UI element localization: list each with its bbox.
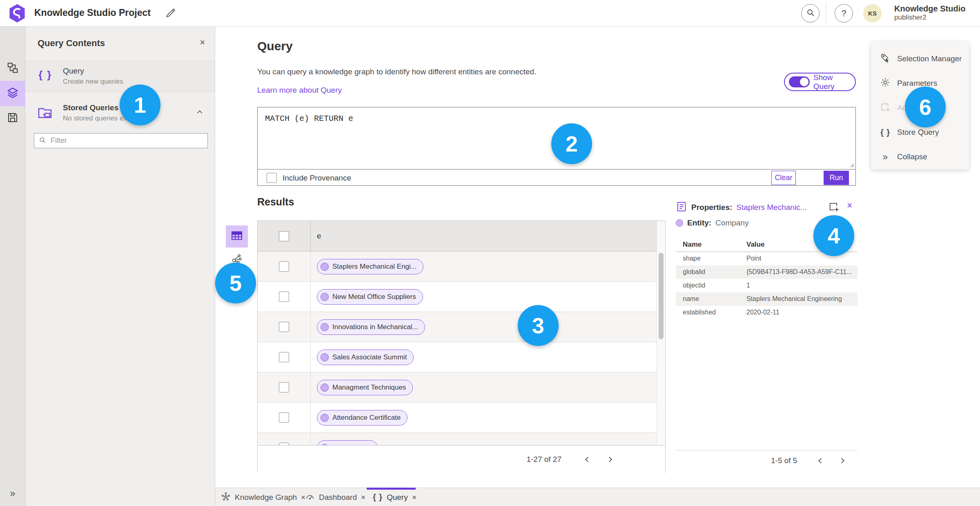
sidebar-item-query[interactable]: { } Query Create new queries — [25, 61, 215, 92]
properties-entity-link[interactable]: Staplers Mechanic... — [736, 203, 806, 212]
row-checkbox-cell — [258, 312, 311, 342]
table-row[interactable]: Firebird Title — [258, 433, 665, 445]
table-row[interactable]: Managment Techniques — [258, 372, 665, 403]
row-checkbox[interactable] — [279, 352, 289, 362]
tab-label: Knowledge Graph — [235, 493, 297, 502]
rail-data-model-button[interactable] — [0, 57, 25, 80]
close-panel-icon[interactable]: × — [200, 37, 205, 48]
results-table-header: e — [258, 221, 665, 252]
row-checkbox[interactable] — [279, 292, 289, 302]
properties-pagination-label: 1-5 of 5 — [771, 456, 797, 465]
table-row[interactable]: Sales Associate Summit — [258, 342, 665, 372]
selection-manager-icon — [880, 53, 891, 65]
table-row[interactable]: Attendance Certificate — [258, 403, 665, 433]
show-query-label: Show Query — [813, 73, 855, 91]
entity-dot-icon — [321, 293, 329, 301]
property-row: name Staplers Mechanical Engineering — [676, 292, 858, 306]
query-contents-header: Query Contents × — [25, 27, 215, 61]
store-query-curly-icon: { } — [880, 128, 891, 137]
data-model-icon — [7, 62, 19, 76]
toggle-track — [789, 76, 810, 87]
tab-query[interactable]: { } Query × — [373, 488, 416, 506]
entity-chip-label: Innovations in Mechanical... — [332, 323, 418, 331]
annotation-1: 1 — [120, 85, 160, 125]
query-tab-curly-icon: { } — [373, 493, 383, 502]
filter-input[interactable] — [51, 136, 203, 145]
query-contents-title: Query Contents — [38, 38, 105, 49]
entity-chip[interactable]: Innovations in Mechanical... — [317, 319, 425, 335]
rail-layers-button[interactable] — [0, 81, 25, 106]
prop-prev-page-button[interactable] — [814, 455, 826, 467]
rail-expand-button[interactable]: » — [0, 483, 25, 504]
account-name: Knowledge Studio — [894, 4, 965, 13]
help-button[interactable]: ? — [835, 4, 853, 22]
entity-chip[interactable]: Managment Techniques — [317, 380, 413, 395]
resize-handle-icon[interactable] — [849, 162, 854, 169]
row-checkbox-cell — [258, 252, 311, 281]
results-scrollbar[interactable] — [657, 221, 665, 445]
clear-button[interactable]: Clear — [771, 171, 796, 185]
left-rail: » — [0, 27, 25, 506]
row-checkbox[interactable] — [279, 412, 289, 423]
select-all-checkbox[interactable] — [279, 231, 289, 241]
collapse-item[interactable]: » Collapse — [871, 146, 969, 168]
run-button[interactable]: Run — [824, 171, 849, 185]
entity-chip[interactable]: Staplers Mechanical Engi... — [317, 259, 423, 274]
learn-more-link[interactable]: Learn more about Query — [257, 86, 342, 95]
property-name: globalid — [683, 268, 705, 276]
add-to-new-window-icon[interactable] — [828, 201, 840, 212]
property-value: 1 — [746, 282, 750, 289]
scrollbar-thumb[interactable] — [659, 253, 664, 339]
prop-next-page-button[interactable] — [836, 455, 849, 467]
table-row[interactable]: Staplers Mechanical Engi... — [258, 252, 665, 282]
property-row: established 2020-02-11 — [676, 306, 858, 319]
account-info[interactable]: Knowledge Studio publisher2 — [894, 4, 965, 22]
annotation-number: 3 — [532, 313, 544, 338]
annotation-3: 3 — [518, 305, 559, 346]
row-checkbox-cell — [258, 403, 311, 432]
row-checkbox[interactable] — [279, 261, 289, 272]
annotation-6: 6 — [905, 87, 946, 127]
search-button[interactable] — [801, 4, 820, 22]
select-all-cell — [258, 221, 311, 251]
next-page-button[interactable] — [604, 453, 616, 466]
prev-page-button[interactable] — [581, 453, 593, 466]
row-checkbox[interactable] — [279, 382, 289, 392]
tab-label: Query — [387, 493, 408, 502]
entity-chip[interactable]: Attendance Certificate — [317, 410, 408, 426]
show-query-toggle[interactable]: Show Query — [784, 73, 856, 91]
table-row[interactable]: Innovations in Mechanical... — [258, 312, 665, 342]
entity-chip[interactable]: New Metal Office Suppliers — [317, 289, 423, 305]
annotation-number: 4 — [828, 223, 840, 248]
include-provenance-checkbox[interactable] — [267, 173, 277, 183]
edit-title-icon[interactable] — [164, 7, 177, 20]
prop-col-name: Name — [683, 241, 702, 249]
expand-rail-icon: » — [10, 488, 15, 499]
property-row: objectid 1 — [676, 279, 858, 292]
project-title: Knowledge Studio Project — [34, 7, 151, 18]
page-title: Query — [257, 39, 293, 53]
row-checkbox-cell — [258, 342, 311, 372]
selection-manager-item[interactable]: Selection Manager — [871, 48, 969, 70]
entity-chip[interactable]: Sales Associate Summit — [317, 350, 414, 365]
tab-knowledge-graph[interactable]: Knowledge Graph × — [221, 488, 305, 506]
table-view-button[interactable] — [226, 225, 248, 247]
properties-pagination: 1-5 of 5 — [771, 453, 849, 469]
close-properties-icon[interactable]: × — [847, 200, 852, 211]
entity-chip[interactable]: Firebird Title — [317, 440, 378, 445]
rail-save-button[interactable] — [0, 107, 25, 130]
avatar[interactable]: KS — [863, 4, 882, 22]
query-curly-icon: { } — [38, 69, 52, 81]
query-item-title: Query — [63, 67, 84, 76]
tab-dashboard[interactable]: Dashboard × — [305, 488, 365, 506]
properties-header: Properties: Staplers Mechanic... — [676, 201, 806, 214]
filter-search-icon — [38, 136, 47, 146]
collapse-stored-queries-icon[interactable] — [195, 108, 204, 118]
row-checkbox[interactable] — [279, 322, 289, 332]
close-tab-icon[interactable]: × — [412, 493, 416, 502]
results-table: e Staplers Mechanical Engi... New Metal … — [257, 221, 666, 473]
table-row[interactable]: New Metal Office Suppliers — [258, 282, 665, 312]
properties-divider — [676, 450, 858, 450]
property-name: name — [683, 295, 699, 303]
close-tab-icon[interactable]: × — [361, 493, 365, 502]
